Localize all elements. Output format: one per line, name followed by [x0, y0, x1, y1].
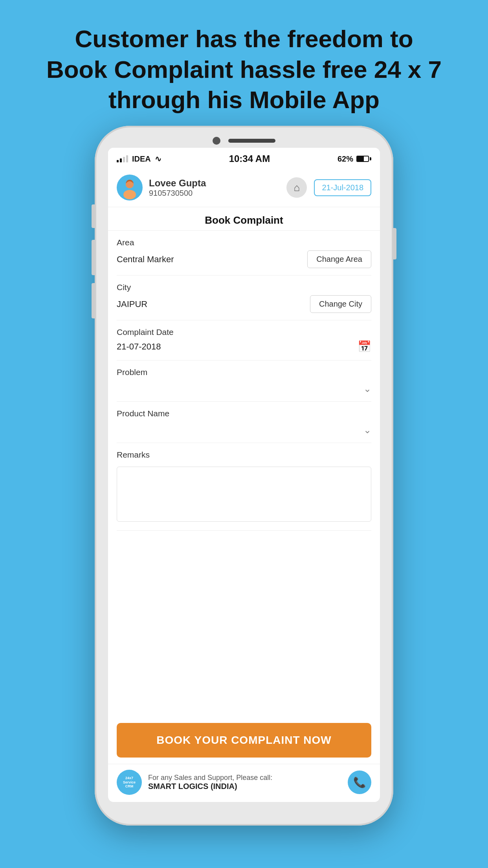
battery-percent: 62% [338, 154, 353, 164]
phone-top [95, 126, 393, 148]
support-line2: SMART LOGICS (INDIA) [148, 782, 341, 791]
app-footer: 24x7 Service CRM For any Sales and Suppo… [108, 764, 380, 802]
power-button [393, 228, 396, 259]
city-label: City [117, 283, 371, 292]
speaker [228, 139, 275, 143]
change-area-button[interactable]: Change Area [307, 250, 371, 268]
calendar-icon[interactable]: 📅 [358, 340, 371, 353]
phone-call-button[interactable]: 📞 [348, 771, 371, 794]
signal-bars [117, 155, 128, 162]
phone-screen: IDEA ∿ 10:34 AM 62% [108, 148, 380, 802]
support-logo: 24x7 Service CRM [117, 770, 142, 795]
remarks-row: Remarks [117, 443, 371, 531]
headline: Customer has the freedom to Book Complai… [0, 0, 488, 131]
user-info: Lovee Gupta 9105730500 [117, 175, 206, 200]
area-label: Area [117, 238, 371, 247]
book-complaint-button[interactable]: BOOK YOUR COMPLAINT NOW [117, 723, 371, 758]
user-phone: 9105730500 [149, 189, 206, 198]
problem-chevron-icon[interactable]: ⌄ [363, 383, 371, 394]
complaint-date-row: Complaint Date 21-07-2018 📅 [117, 320, 371, 360]
front-camera [213, 137, 220, 145]
header-right: ⌂ 21-Jul-2018 [286, 177, 371, 198]
status-bar: IDEA ∿ 10:34 AM 62% [108, 148, 380, 168]
silent-switch [92, 283, 95, 318]
status-time: 10:34 AM [229, 153, 270, 164]
remarks-label: Remarks [117, 450, 371, 460]
city-value: JAIPUR [117, 299, 147, 309]
home-button[interactable]: ⌂ [286, 177, 307, 198]
area-row: Area Central Marker Change Area [117, 231, 371, 276]
problem-row: Problem ⌄ [117, 360, 371, 402]
complaint-date-value: 21-07-2018 [117, 342, 161, 352]
battery-icon [356, 156, 371, 162]
app-header: Lovee Gupta 9105730500 ⌂ 21-Jul-2018 [108, 168, 380, 207]
product-chevron-icon[interactable]: ⌄ [363, 425, 371, 436]
problem-label: Problem [117, 368, 371, 377]
section-title: Book Complaint [108, 207, 380, 231]
volume-down-button [92, 240, 95, 275]
change-city-button[interactable]: Change City [310, 295, 371, 313]
remarks-textarea[interactable] [117, 467, 371, 522]
form-content: Area Central Marker Change Area City JAI… [108, 231, 380, 715]
product-name-label: Product Name [117, 409, 371, 418]
phone-shell: IDEA ∿ 10:34 AM 62% [95, 126, 393, 826]
carrier-label: IDEA [132, 154, 151, 164]
wifi-icon: ∿ [155, 154, 161, 164]
support-line1: For any Sales and Support, Please call: [148, 774, 341, 782]
complaint-date-label: Complaint Date [117, 327, 371, 337]
volume-up-button [92, 204, 95, 228]
status-left: IDEA ∿ [117, 154, 161, 164]
user-name: Lovee Gupta [149, 178, 206, 189]
avatar [117, 175, 143, 200]
date-badge: 21-Jul-2018 [314, 179, 371, 196]
product-name-row: Product Name ⌄ [117, 402, 371, 443]
svg-point-2 [123, 190, 136, 199]
status-right: 62% [338, 154, 371, 164]
city-row: City JAIPUR Change City [117, 276, 371, 320]
user-details: Lovee Gupta 9105730500 [149, 178, 206, 198]
area-value: Central Marker [117, 254, 174, 265]
support-text: For any Sales and Support, Please call: … [148, 774, 341, 791]
